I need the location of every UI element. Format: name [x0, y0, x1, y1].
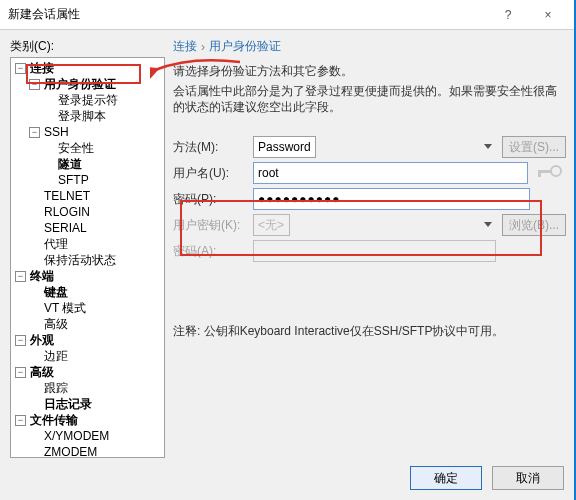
- tree-tunnel[interactable]: 隧道: [56, 156, 84, 172]
- tree-rlogin[interactable]: RLOGIN: [42, 204, 92, 220]
- close-icon[interactable]: ×: [528, 0, 568, 30]
- tree-serial[interactable]: SERIAL: [42, 220, 89, 236]
- tree-ft[interactable]: 文件传输: [28, 412, 80, 428]
- description-1: 请选择身份验证方法和其它参数。: [173, 63, 566, 79]
- collapse-icon[interactable]: −: [15, 271, 26, 282]
- window-title: 新建会话属性: [8, 6, 488, 23]
- category-label: 类别(C):: [10, 38, 165, 55]
- tree-auth[interactable]: 用户身份验证: [42, 76, 118, 92]
- cancel-button[interactable]: 取消: [492, 466, 564, 490]
- userkey-select: <无>: [253, 214, 290, 236]
- title-bar: 新建会话属性 ? ×: [0, 0, 576, 30]
- breadcrumb-1: 连接: [173, 38, 197, 55]
- tree-keyboard[interactable]: 键盘: [42, 284, 70, 300]
- password-label: 密码(P):: [173, 191, 253, 208]
- ok-button[interactable]: 确定: [410, 466, 482, 490]
- method-label: 方法(M):: [173, 139, 253, 156]
- collapse-icon[interactable]: −: [29, 127, 40, 138]
- help-icon[interactable]: ?: [488, 0, 528, 30]
- tree-zmodem[interactable]: ZMODEM: [42, 444, 99, 458]
- tree-log[interactable]: 日志记录: [42, 396, 94, 412]
- username-label: 用户名(U):: [173, 165, 253, 182]
- note-text: 注释: 公钥和Keyboard Interactive仅在SSH/SFTP协议中…: [173, 323, 566, 340]
- collapse-icon[interactable]: −: [15, 335, 26, 346]
- tree-terminal[interactable]: 终端: [28, 268, 56, 284]
- password-input[interactable]: [253, 188, 530, 210]
- tree-adv2[interactable]: 高级: [28, 364, 56, 380]
- method-select[interactable]: Password: [253, 136, 316, 158]
- setup-button[interactable]: 设置(S)...: [502, 136, 566, 158]
- chevron-right-icon: ›: [201, 40, 205, 54]
- collapse-icon[interactable]: −: [29, 79, 40, 90]
- tree-keepalive[interactable]: 保持活动状态: [42, 252, 118, 268]
- tree-appearance[interactable]: 外观: [28, 332, 56, 348]
- key-icon: [536, 160, 566, 186]
- collapse-icon[interactable]: −: [15, 415, 26, 426]
- tree-sftp[interactable]: SFTP: [56, 172, 91, 188]
- tree-ssh[interactable]: SSH: [42, 124, 71, 140]
- tree-margin[interactable]: 边距: [42, 348, 70, 364]
- tree-vt[interactable]: VT 模式: [42, 300, 88, 316]
- breadcrumb: 连接 › 用户身份验证: [173, 38, 566, 55]
- tree-connect[interactable]: 连接: [28, 60, 56, 76]
- category-tree[interactable]: −连接 −用户身份验证 登录提示符 登录脚本 −SSH: [10, 57, 165, 458]
- password2-label: 密码(A):: [173, 243, 253, 260]
- username-input[interactable]: [253, 162, 528, 184]
- collapse-icon[interactable]: −: [15, 367, 26, 378]
- collapse-icon[interactable]: −: [15, 63, 26, 74]
- tree-proxy[interactable]: 代理: [42, 236, 70, 252]
- svg-rect-2: [538, 170, 541, 177]
- browse-button: 浏览(B)...: [502, 214, 566, 236]
- svg-point-0: [551, 166, 561, 176]
- userkey-label: 用户密钥(K):: [173, 217, 253, 234]
- tree-advanced[interactable]: 高级: [42, 316, 70, 332]
- password2-input: [253, 240, 496, 262]
- tree-trace[interactable]: 跟踪: [42, 380, 70, 396]
- tree-login-script[interactable]: 登录脚本: [56, 108, 108, 124]
- dialog-footer: 确定 取消: [410, 466, 564, 490]
- tree-login-prompt[interactable]: 登录提示符: [56, 92, 120, 108]
- breadcrumb-2: 用户身份验证: [209, 38, 281, 55]
- tree-security[interactable]: 安全性: [56, 140, 96, 156]
- tree-telnet[interactable]: TELNET: [42, 188, 92, 204]
- tree-xymodem[interactable]: X/YMODEM: [42, 428, 111, 444]
- description-2: 会话属性中此部分是为了登录过程更便捷而提供的。如果需要安全性很高的状态的话建议您…: [173, 83, 566, 115]
